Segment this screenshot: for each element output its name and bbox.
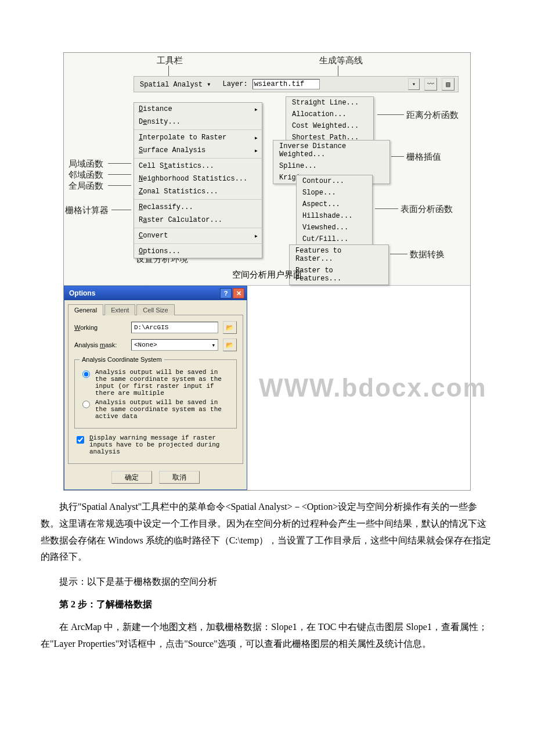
display-warning-checkbox[interactable] [77, 436, 84, 444]
tabpanel-general: WorkingWorking 📂 Analysis mask:Analysis … [68, 315, 243, 464]
label-surface-fn: 表面分析函数 [400, 204, 453, 215]
radio-label: Analysis output will be saved in the sam… [95, 399, 232, 420]
submenu-item[interactable]: Cost Weighted... [286, 120, 373, 132]
menu-item-reclassify[interactable]: Reclassify...Reclassify... [134, 201, 262, 214]
histogram-tool-icon[interactable]: ▤ [442, 78, 454, 91]
spatial-analyst-menu: DDistanceistance▸ Density...Density... I… [134, 102, 262, 258]
chevron-down-icon: ▾ [211, 341, 215, 349]
contour-tool-icon[interactable]: 〰 [424, 78, 437, 91]
spatial-analyst-diagram: 工具栏 生成等高线 直方图 Spatial Analyst ▾ Layer: ▾… [64, 53, 470, 285]
submenu-item[interactable]: Cut/Fill... [297, 233, 372, 245]
step-2-heading: 第 2 步：了解栅格数据 [41, 599, 493, 611]
layer-label: Layer: [222, 80, 247, 88]
spatial-analyst-menu-button[interactable]: Spatial Analyst ▾ [138, 79, 213, 90]
submenu-item[interactable]: Slope... [297, 187, 372, 199]
menu-item-interpolate[interactable]: Interpolate to Raster▸Interpolate to Ras… [134, 131, 262, 144]
menu-item-density[interactable]: Density...Density... [134, 116, 262, 128]
tab-extent[interactable]: Extent [104, 304, 135, 315]
label-global-fn: 全局函数 [68, 181, 103, 192]
working-input[interactable] [131, 322, 218, 333]
figure-caption: 空间分析用户界面 [64, 265, 470, 285]
mask-combobox[interactable]: <None>▾ [131, 339, 218, 351]
submenu-item[interactable]: Contour... [297, 175, 372, 187]
radio-input-coord[interactable] [82, 370, 90, 378]
label-data-convert: 数据转换 [410, 249, 445, 260]
submenu-item[interactable]: Allocation... [286, 109, 373, 120]
label-neighbor-fn: 邻域函数 [68, 170, 103, 181]
submenu-item[interactable]: Hillshade... [297, 210, 372, 222]
submenu-surface: Contour... Slope... Aspect... Hillshade.… [296, 175, 373, 246]
menu-item-neighstats[interactable]: Neighborhood Statistics...Neighborhood S… [134, 172, 262, 185]
label-distance-fn: 距离分析函数 [406, 110, 459, 121]
mask-label: Analysis mask:Analysis mask: [74, 341, 127, 348]
paragraph-2: 提示：以下是基于栅格数据的空间分析 [41, 574, 493, 591]
dialog-title: Options [69, 289, 95, 297]
menu-item-surface[interactable]: Surface Analysis▸Surface Analysis [134, 144, 262, 157]
submenu-item[interactable]: Inverse Distance Weighted... [273, 141, 389, 160]
close-button-icon[interactable]: ✕ [233, 288, 244, 298]
radio-label: Analysis output will be saved in the sam… [95, 369, 232, 397]
figure-block: 工具栏 生成等高线 直方图 Spatial Analyst ▾ Layer: ▾… [63, 52, 471, 491]
label-toolbar: 工具栏 [157, 55, 183, 66]
layer-dropdown-icon[interactable]: ▾ [408, 78, 420, 90]
label-local-fn: 局域函数 [68, 159, 103, 170]
menu-item-distance[interactable]: DDistanceistance▸ [134, 103, 262, 116]
tab-strip: General Extent Cell Size [68, 304, 243, 315]
tab-general[interactable]: General [68, 304, 103, 315]
submenu-item[interactable]: Straight Line... [286, 97, 373, 109]
options-dialog: Options ? ✕ General Extent Cell Size Wor… [64, 286, 247, 490]
submenu-item[interactable]: Viewshed... [297, 222, 372, 233]
dialog-row: Options ? ✕ General Extent Cell Size Wor… [64, 285, 470, 490]
menu-item-rastercalc[interactable]: Raster Calculator...Raster Calculator... [134, 214, 262, 226]
ok-button[interactable]: 确定 [111, 471, 152, 484]
paragraph-1: 执行"Spatial Analyst"工具栏中的菜单命令<Spatial Ana… [41, 499, 493, 566]
label-raster-calc: 栅格计算器 [65, 205, 109, 216]
submenu-item[interactable]: Aspect... [297, 199, 372, 210]
menu-item-convert[interactable]: Convert▸Convert [134, 229, 262, 242]
working-label: WorkingWorking [74, 324, 127, 331]
submenu-item[interactable]: Features to Raster... [290, 245, 388, 265]
label-raster-interp: 栅格插值 [406, 152, 441, 163]
menu-item-cellstats[interactable]: Cell Statistics...Cell Statistics... [134, 160, 262, 172]
help-button-icon[interactable]: ? [220, 288, 232, 298]
paragraph-3: 在 ArcMap 中，新建一个地图文档，加载栅格数据：Slope1，在 TOC … [41, 619, 493, 653]
menu-item-zonalstats[interactable]: Zonal Statistics...Zonal Statistics... [134, 185, 262, 198]
menu-item-options[interactable]: Options...Options... [134, 245, 262, 258]
label-contour: 生成等高线 [319, 55, 363, 66]
submenu-item[interactable]: Spline... [273, 160, 389, 172]
dialog-titlebar: Options ? ✕ [64, 286, 247, 300]
browse-mask-icon[interactable]: 📂 [223, 339, 237, 351]
radio-active-coord[interactable] [82, 401, 90, 408]
tab-cellsize[interactable]: Cell Size [136, 304, 174, 315]
browse-working-icon[interactable]: 📂 [223, 321, 237, 334]
watermark-text: WWW.bdocx.com [259, 373, 487, 402]
cancel-button[interactable]: 取消 [159, 471, 200, 484]
layer-combobox[interactable] [252, 79, 320, 89]
spatial-analyst-toolbar: Spatial Analyst ▾ Layer: ▾ 〰 ▤ [134, 76, 459, 92]
checkbox-label: Display warning message if raster inputs… [89, 434, 237, 455]
group-legend: Analysis Coordinate System [80, 356, 164, 363]
submenu-distance: Straight Line... Allocation... Cost Weig… [286, 96, 374, 144]
coord-system-group: Analysis Coordinate System Analysis outp… [74, 356, 237, 429]
